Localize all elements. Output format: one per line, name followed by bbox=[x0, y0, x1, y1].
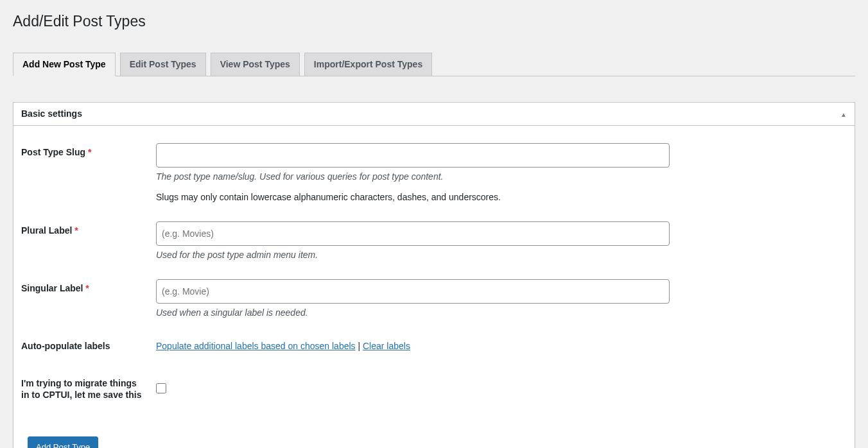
plural-input[interactable] bbox=[156, 221, 670, 246]
tab-edit[interactable]: Edit Post Types bbox=[120, 53, 206, 76]
plural-label: Plural Label * bbox=[21, 225, 78, 236]
populate-labels-link[interactable]: Populate additional labels based on chos… bbox=[156, 341, 356, 351]
tab-add-new[interactable]: Add New Post Type bbox=[13, 53, 116, 76]
slug-label: Post Type Slug * bbox=[21, 147, 91, 157]
autopopulate-label: Auto-populate labels bbox=[21, 341, 110, 351]
slug-input[interactable] bbox=[156, 143, 670, 168]
required-indicator: * bbox=[85, 283, 89, 293]
panel-title: Basic settings bbox=[13, 103, 840, 126]
page-title: Add/Edit Post Types bbox=[13, 6, 855, 34]
singular-label: Singular Label * bbox=[21, 283, 89, 293]
migrate-label: I'm trying to migrate things in to CPTUI… bbox=[21, 378, 142, 400]
basic-settings-panel: Basic settings ▲ Post Type Slug * The po… bbox=[13, 102, 855, 449]
slug-note: Slugs may only contain lowercase alphanu… bbox=[156, 192, 840, 202]
required-indicator: * bbox=[88, 147, 91, 157]
clear-labels-link[interactable]: Clear labels bbox=[363, 341, 410, 351]
singular-input[interactable] bbox=[156, 279, 670, 304]
tab-view[interactable]: View Post Types bbox=[211, 53, 300, 76]
tab-import-export[interactable]: Import/Export Post Types bbox=[304, 53, 432, 76]
required-indicator: * bbox=[74, 225, 78, 236]
plural-description: Used for the post type admin menu item. bbox=[156, 250, 840, 260]
add-post-type-button[interactable]: Add Post Type bbox=[28, 436, 98, 448]
collapse-icon[interactable]: ▲ bbox=[840, 111, 847, 118]
slug-description: The post type name/slug. Used for variou… bbox=[156, 171, 840, 182]
link-separator: | bbox=[356, 341, 363, 351]
panel-header[interactable]: Basic settings ▲ bbox=[13, 103, 855, 126]
migrate-checkbox[interactable] bbox=[156, 383, 166, 393]
singular-description: Used when a singular label is needed. bbox=[156, 307, 840, 318]
tab-nav: Add New Post Type Edit Post Types View P… bbox=[13, 47, 855, 76]
